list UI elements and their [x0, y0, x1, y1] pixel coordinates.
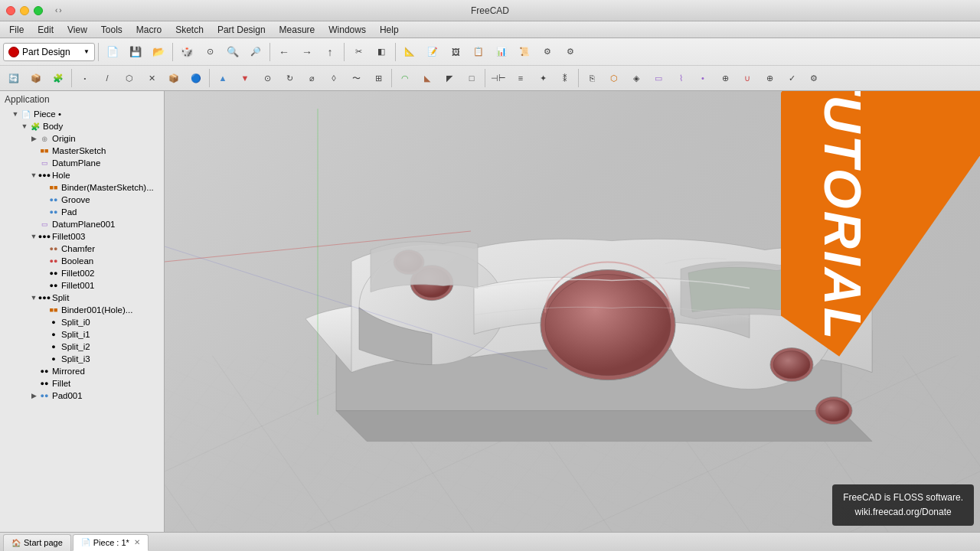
tree-item-chamfer[interactable]: ●● Chamfer [0, 243, 164, 255]
open-button[interactable]: 📂 [148, 41, 169, 63]
pocket-button[interactable]: ▼ [234, 67, 256, 89]
minimize-button[interactable] [20, 6, 29, 15]
cross-button[interactable]: ✕ [141, 67, 162, 89]
bom-button[interactable]: 📋 [468, 41, 489, 63]
part-button[interactable]: 📦 [25, 67, 47, 89]
pad-button[interactable]: ▲ [212, 67, 234, 89]
view-3d-button[interactable]: 🎲 [176, 41, 198, 63]
save-button[interactable]: 💾 [125, 41, 146, 63]
workbench-selector[interactable]: Part Design ▼ [3, 43, 95, 61]
tree-item-groove[interactable]: ●● Groove [0, 194, 164, 206]
new-button[interactable]: 📄 [102, 41, 123, 63]
drawing-button[interactable]: 📜 [514, 41, 535, 63]
tree-item-body[interactable]: ▼ 🧩 Body [0, 120, 164, 132]
menu-tools[interactable]: Tools [95, 23, 129, 37]
settings-button[interactable]: ⚙ [560, 41, 581, 63]
more2-button[interactable]: ⚙ [803, 67, 825, 89]
tree-item-origin[interactable]: ▶ ⊕ Origin [0, 132, 164, 145]
tree-item-fillet[interactable]: ●● Fillet [0, 377, 164, 390]
tab-close-button[interactable]: ✕ [134, 538, 140, 546]
line-button[interactable]: / [96, 67, 118, 89]
tree-item-boolean[interactable]: ●● Boolean [0, 255, 164, 267]
more-button[interactable]: ⚙ [537, 41, 558, 63]
chamfer-button[interactable]: ◣ [416, 67, 438, 89]
nav-up-button[interactable]: ↑ [319, 41, 341, 63]
tree-item-split[interactable]: ▼ ●●● Split [0, 292, 164, 304]
nav-forward-button[interactable]: → [296, 41, 318, 63]
tree-item-binder[interactable]: ■■ Binder(MasterSketch)... [0, 181, 164, 194]
tree-item-mirrored[interactable]: ●● Mirrored [0, 365, 164, 377]
maximize-button[interactable] [34, 6, 43, 15]
sketch-button[interactable]: 🔄 [3, 67, 24, 89]
polar-pattern-button[interactable]: ✦ [532, 67, 554, 89]
hole-button[interactable]: ⊙ [256, 67, 278, 89]
menu-edit[interactable]: Edit [31, 23, 60, 37]
datum-plane-button[interactable]: ▭ [648, 67, 669, 89]
revolution-button[interactable]: 🔵 [185, 67, 207, 89]
view-top-button[interactable]: ⊙ [199, 41, 220, 63]
tree-item-mastersketch[interactable]: ■■ MasterSketch [0, 145, 164, 157]
binder-button[interactable]: ⬡ [603, 67, 625, 89]
nav-back-button[interactable]: ← [273, 41, 295, 63]
tree-item-fillet002[interactable]: ●● Fillet002 [0, 267, 164, 279]
close-button[interactable] [6, 6, 15, 15]
multi-transform-button[interactable]: ⁑ [554, 67, 576, 89]
split-btn[interactable]: ⊕ [759, 67, 780, 89]
tab-piece[interactable]: 📄 Piece : 1* ✕ [73, 534, 149, 551]
menu-file[interactable]: File [3, 23, 30, 37]
tree-item-piece[interactable]: ▼ 📄 Piece • [0, 108, 164, 120]
menu-sketch[interactable]: Sketch [169, 23, 210, 37]
tree-item-hole[interactable]: ▼ ●●● Hole [0, 169, 164, 181]
tree-item-pad001[interactable]: ▶ ●● Pad001 [0, 390, 164, 402]
groove-button[interactable]: ⌀ [301, 67, 322, 89]
tree-item-datumplane001[interactable]: ▭ DatumPlane001 [0, 218, 164, 230]
datum-line-button[interactable]: ⌇ [670, 67, 691, 89]
tree-item-fillet003[interactable]: ▼ ●●● Fillet003 [0, 230, 164, 243]
menu-part-design[interactable]: Part Design [211, 23, 272, 37]
sweep-button[interactable]: 〜 [345, 67, 367, 89]
spreadsheet-button[interactable]: 📊 [491, 41, 512, 63]
tree-item-pad[interactable]: ●● Pad [0, 206, 164, 218]
extrude-button[interactable]: 📦 [163, 67, 185, 89]
loft-button[interactable]: ◊ [323, 67, 345, 89]
subshape-button[interactable]: ◈ [626, 67, 647, 89]
tree-item-fillet001[interactable]: ●● Fillet001 [0, 279, 164, 292]
annotation-button[interactable]: 📝 [422, 41, 443, 63]
view-clip-button[interactable]: ✂ [348, 41, 369, 63]
menu-view[interactable]: View [61, 23, 93, 37]
tab-start-page[interactable]: 🏠 Start page [3, 534, 71, 551]
coord-system-button[interactable]: ⊕ [714, 67, 736, 89]
viewport[interactable]: TUTORIAL FreeCAD is FLOSS software. wiki… [165, 91, 980, 532]
boolean-btn[interactable]: ∪ [737, 67, 758, 89]
tree-item-split-i2[interactable]: ● Split_i2 [0, 341, 164, 353]
clone-button[interactable]: ⎘ [581, 67, 603, 89]
back-chevron[interactable]: ‹ [55, 6, 57, 15]
forward-chevron[interactable]: › [59, 6, 61, 15]
measure-button[interactable]: 📐 [399, 41, 420, 63]
poly-button[interactable]: ⬡ [119, 67, 140, 89]
mirror-button[interactable]: ⊣⊢ [488, 67, 509, 89]
linear-pattern-button[interactable]: ≡ [510, 67, 531, 89]
checkgeom-btn[interactable]: ✓ [781, 67, 802, 89]
tree-item-split-i1[interactable]: ● Split_i1 [0, 328, 164, 341]
body-button[interactable]: 🧩 [47, 67, 69, 89]
tree-item-binder001[interactable]: ■■ Binder001(Hole)... [0, 304, 164, 316]
menu-measure[interactable]: Measure [273, 23, 322, 37]
view-side-button[interactable]: ◧ [371, 41, 392, 63]
draft-button[interactable]: ◤ [439, 67, 460, 89]
thickness-button[interactable]: ⊞ [368, 67, 389, 89]
tree-item-split-i0[interactable]: ● Split_i0 [0, 316, 164, 328]
shell-button[interactable]: □ [461, 67, 482, 89]
tree-item-split-i3[interactable]: ● Split_i3 [0, 353, 164, 365]
tree-item-datumplane[interactable]: ▭ DatumPlane [0, 157, 164, 169]
view-fit-button[interactable]: 🔍 [222, 41, 243, 63]
point-button[interactable]: • [74, 67, 96, 89]
menu-windows[interactable]: Windows [322, 23, 372, 37]
menu-macro[interactable]: Macro [130, 23, 168, 37]
view-fit-sel-button[interactable]: 🔎 [245, 41, 266, 63]
render-button[interactable]: 🖼 [445, 41, 466, 63]
menu-help[interactable]: Help [374, 23, 405, 37]
fillet-button[interactable]: ◠ [394, 67, 416, 89]
datum-point-button[interactable]: • [692, 67, 714, 89]
revolve-button[interactable]: ↻ [279, 67, 300, 89]
